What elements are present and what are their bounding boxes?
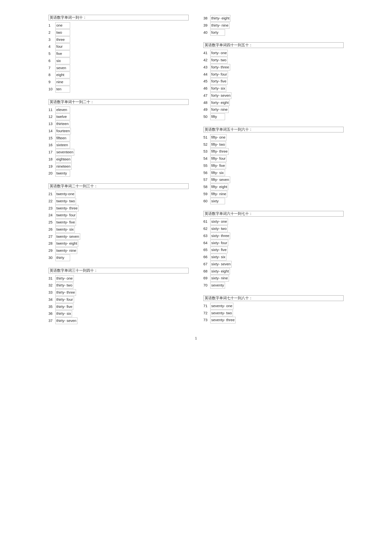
number-item: 50fifty xyxy=(203,113,344,120)
number-item: 38thirty- eight xyxy=(203,15,344,22)
number: 9 xyxy=(48,79,55,85)
word: twenty- eight xyxy=(55,240,78,247)
number-item: 32thirty- two xyxy=(48,282,189,289)
number-item: 14fourteen xyxy=(48,127,189,135)
number-item: 30thirty xyxy=(48,254,189,261)
word: thirty- two xyxy=(55,282,73,289)
number: 10 xyxy=(48,86,55,92)
word: fifty- eight xyxy=(210,184,228,190)
number-item: 27twenty- seven xyxy=(48,233,189,240)
right-column: 38thirty- eight39thirty- nine40forty英语数字… xyxy=(203,15,344,326)
number-item: 1one xyxy=(48,22,189,29)
number-item: 15fifteen xyxy=(48,135,189,142)
number-item: 6six xyxy=(48,57,189,64)
number-item: 29twenty- nine xyxy=(48,247,189,254)
word: thirty xyxy=(55,254,70,261)
number: 37 xyxy=(48,318,55,324)
number-item: 33thirty- three xyxy=(48,289,189,296)
number: 69 xyxy=(203,275,210,281)
number: 50 xyxy=(203,114,210,120)
word: twenty- four xyxy=(55,212,76,219)
number-item: 35thirty- five xyxy=(48,303,189,310)
word: twenty- six xyxy=(55,226,75,233)
number-item: 65sixty- five xyxy=(203,246,344,254)
word: twenty- nine xyxy=(55,247,77,254)
word: sixty- four xyxy=(210,240,228,246)
number: 23 xyxy=(48,205,55,211)
number: 21 xyxy=(48,191,55,197)
word: forty- three xyxy=(210,64,230,71)
number: 36 xyxy=(48,311,55,317)
number-item: 12twelve xyxy=(48,113,189,120)
word: sixty- eight xyxy=(210,268,230,275)
number: 32 xyxy=(48,282,55,288)
number-item: 24twenty- four xyxy=(48,212,189,219)
word: thirty- three xyxy=(55,289,76,296)
number-item: 45forty- five xyxy=(203,78,344,85)
number-item: 44forty- four xyxy=(203,71,344,78)
word: four xyxy=(55,43,70,50)
number: 8 xyxy=(48,72,55,78)
word: thirty- six xyxy=(55,310,72,317)
section-title-right-2: 英语数字单词五十一到六十： xyxy=(203,127,344,132)
number-item: 68sixty- eight xyxy=(203,268,344,275)
number-item: 13thirteen xyxy=(48,120,189,127)
number: 64 xyxy=(203,240,210,246)
number-item: 61sixty- one xyxy=(203,218,344,225)
word: sixty- seven xyxy=(210,261,232,268)
section-title-left-1: 英语数字单词十一到二十： xyxy=(48,99,189,105)
word: nineteen xyxy=(55,163,72,170)
number-item: 41forty- one xyxy=(203,49,344,57)
number-item: 49forty- nine xyxy=(203,106,344,113)
word: thirty- eight xyxy=(210,15,230,22)
number: 7 xyxy=(48,65,55,71)
number: 38 xyxy=(203,15,210,21)
number: 73 xyxy=(203,317,210,323)
word: sixty- three xyxy=(210,233,230,239)
number-item: 37thirty- seven xyxy=(48,317,189,324)
word: twenty- seven xyxy=(55,233,80,240)
number-item: 62sixty- two xyxy=(203,225,344,232)
word: forty- eight xyxy=(210,99,230,106)
number: 24 xyxy=(48,212,55,218)
word: sixty- one xyxy=(210,218,228,225)
number: 11 xyxy=(48,107,55,113)
word: twenty- three xyxy=(55,205,79,212)
word: eight xyxy=(55,72,70,78)
word: sixty xyxy=(210,198,225,205)
word: fifty- nine xyxy=(210,191,227,197)
word: sixty- five xyxy=(210,247,228,253)
number: 6 xyxy=(48,58,55,64)
number: 34 xyxy=(48,297,55,303)
number: 3 xyxy=(48,37,55,43)
number: 53 xyxy=(203,148,210,155)
word: seven xyxy=(55,65,70,71)
word: fifteen xyxy=(55,135,70,142)
word: seventy- two xyxy=(210,310,233,317)
number: 54 xyxy=(203,156,210,162)
word: twenty-one xyxy=(55,191,75,197)
number: 33 xyxy=(48,289,55,296)
word: seventy xyxy=(210,282,225,289)
number-item: 71seventy- one xyxy=(203,302,344,310)
number-item: 20twenty xyxy=(48,170,189,177)
number-item: 21twenty-one xyxy=(48,190,189,198)
word: forty- two xyxy=(210,57,227,63)
word: sixty- nine xyxy=(210,275,229,282)
number-item: 7seven xyxy=(48,64,189,72)
number-item: 70seventy xyxy=(203,282,344,289)
number: 28 xyxy=(48,240,55,247)
number: 2 xyxy=(48,30,55,36)
number: 65 xyxy=(203,247,210,253)
word: thirteen xyxy=(55,121,70,127)
number: 57 xyxy=(203,177,210,183)
number: 46 xyxy=(203,85,210,92)
word: five xyxy=(55,50,70,57)
word: nine xyxy=(55,79,70,85)
number: 62 xyxy=(203,226,210,232)
section-title-right-1: 英语数字单词四十一到五十： xyxy=(203,42,344,48)
number-item: 9nine xyxy=(48,79,189,86)
word: fifty- seven xyxy=(210,176,230,183)
number: 18 xyxy=(48,156,55,162)
number-item: 19nineteen xyxy=(48,163,189,170)
